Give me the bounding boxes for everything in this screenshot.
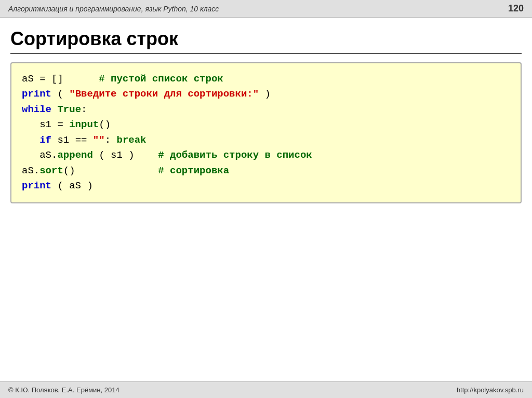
header-page-number: 120 — [508, 3, 524, 14]
header-title: Алгоритмизация и программирование, язык … — [8, 5, 219, 13]
main-content: Сортировка строк aS = [] # пустой список… — [0, 18, 532, 209]
code-line-5: if s1 == "": break — [22, 133, 510, 148]
footer-copyright: © К.Ю. Поляков, Е.А. Ерёмин, 2014 — [8, 386, 119, 394]
code-line-8: print ( aS ) — [22, 179, 510, 194]
slide-footer: © К.Ю. Поляков, Е.А. Ерёмин, 2014 http:/… — [0, 381, 532, 398]
code-line-1: aS = [] # пустой список строк — [22, 72, 510, 87]
slide-header: Алгоритмизация и программирование, язык … — [0, 0, 532, 18]
code-line-2: print ( "Введите строки для сортировки:"… — [22, 87, 510, 102]
code-line-7: aS.sort() # сортировка — [22, 163, 510, 179]
code-line-4: s1 = input() — [22, 117, 510, 132]
slide-title: Сортировка строк — [10, 28, 522, 54]
code-line-3: while True: — [22, 102, 510, 117]
footer-url: http://kpolyakov.spb.ru — [457, 386, 524, 394]
code-line-6: aS.append ( s1 ) # добавить строку в спи… — [22, 148, 510, 163]
code-block: aS = [] # пустой список строк print ( "В… — [10, 62, 522, 203]
